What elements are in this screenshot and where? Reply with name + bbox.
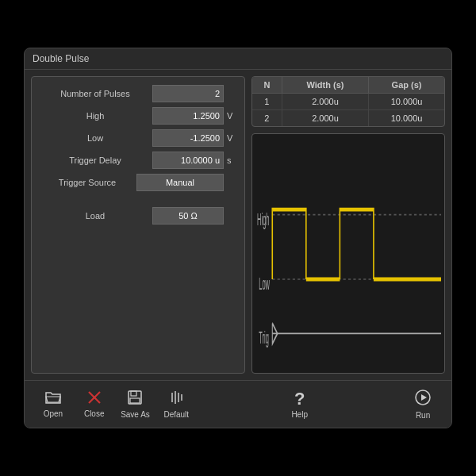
default-button[interactable]: Default <box>155 386 197 422</box>
trigger-source-row: Trigger Source <box>38 174 238 191</box>
default-icon <box>168 390 184 408</box>
main-panel: Double Pulse Number of Pulses High V Low… <box>24 48 452 428</box>
svg-text:High: High <box>257 209 269 230</box>
load-label: Load <box>38 211 152 221</box>
form-panel: Number of Pulses High V Low V Trigger De… <box>31 76 245 374</box>
trigger-source-input[interactable] <box>136 174 224 191</box>
run-icon <box>414 389 432 409</box>
main-content: Number of Pulses High V Low V Trigger De… <box>25 70 451 380</box>
pulse-table: N Width (s) Gap (s) 12.000u10.000u22.000… <box>251 76 445 127</box>
open-label: Open <box>44 409 63 418</box>
panel-title: Double Pulse <box>25 48 451 70</box>
svg-text:Low: Low <box>259 274 270 294</box>
trigger-delay-input[interactable] <box>152 152 224 169</box>
col-gap: Gap (s) <box>369 77 444 94</box>
trigger-source-label: Trigger Source <box>38 178 136 187</box>
cell-n: 2 <box>252 110 282 127</box>
run-label: Run <box>416 411 430 420</box>
col-width: Width (s) <box>282 77 368 94</box>
cell-width: 2.000u <box>282 94 368 110</box>
right-panel: N Width (s) Gap (s) 12.000u10.000u22.000… <box>251 76 445 374</box>
close-icon <box>87 390 102 407</box>
table-row: 12.000u10.000u <box>252 94 444 110</box>
num-pulses-label: Number of Pulses <box>38 89 152 98</box>
table-row: 22.000u10.000u <box>252 110 444 127</box>
toolbar: Open Close Save As <box>25 380 451 428</box>
help-icon: ? <box>294 390 305 408</box>
save-as-icon <box>127 390 143 408</box>
low-label: Low <box>38 133 152 143</box>
cell-width: 2.000u <box>282 110 368 127</box>
cell-gap: 10.000u <box>369 94 444 110</box>
load-row: Load <box>38 207 238 225</box>
high-unit: V <box>227 111 238 121</box>
trigger-delay-unit: s <box>227 155 238 165</box>
cell-n: 1 <box>252 94 282 110</box>
cell-gap: 10.000u <box>369 110 444 127</box>
num-pulses-input[interactable] <box>152 85 224 102</box>
num-pulses-row: Number of Pulses <box>38 85 238 102</box>
svg-rect-10 <box>130 398 140 403</box>
high-row: High V <box>38 107 238 125</box>
load-input[interactable] <box>152 207 224 225</box>
help-label: Help <box>291 410 308 419</box>
low-row: Low V <box>38 129 238 147</box>
col-n: N <box>252 77 282 94</box>
run-button[interactable]: Run <box>402 386 443 423</box>
open-button[interactable]: Open <box>33 387 74 421</box>
trigger-delay-row: Trigger Delay s <box>38 152 238 169</box>
save-as-button[interactable]: Save As <box>115 386 156 422</box>
low-unit: V <box>227 133 238 143</box>
help-button[interactable]: ? Help <box>279 387 321 422</box>
close-button[interactable]: Close <box>74 387 115 421</box>
high-label: High <box>38 111 152 121</box>
high-input[interactable] <box>152 107 224 125</box>
waveform-svg: High Low Trig <box>255 137 441 370</box>
open-icon <box>44 390 62 407</box>
svg-text:Trig: Trig <box>259 328 269 348</box>
waveform-panel: High Low Trig <box>251 133 445 374</box>
default-label: Default <box>163 410 189 419</box>
save-as-label: Save As <box>121 410 150 419</box>
svg-marker-16 <box>421 394 427 401</box>
close-label: Close <box>84 409 105 418</box>
low-input[interactable] <box>152 129 224 147</box>
trigger-delay-label: Trigger Delay <box>38 155 152 165</box>
svg-rect-9 <box>131 391 136 396</box>
